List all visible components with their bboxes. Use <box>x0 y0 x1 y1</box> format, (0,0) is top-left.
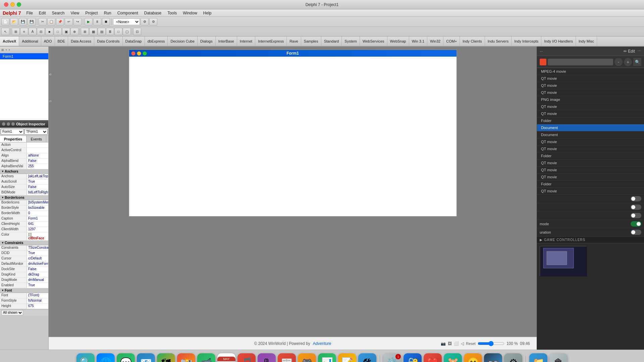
oi-val[interactable]: bsSizeable <box>27 205 48 210</box>
palette-tab-win31[interactable]: Win 3.1 <box>409 37 427 46</box>
zoom-slider[interactable] <box>478 341 504 346</box>
oi-val[interactable]: [biSystemMenu... <box>27 200 48 205</box>
camera-icon[interactable]: 📷 <box>441 341 446 346</box>
tb-align[interactable]: ⊟ <box>37 28 45 35</box>
tb-run[interactable]: ▶ <box>85 18 93 25</box>
palette-tab-win32[interactable]: Win32 <box>427 37 443 46</box>
oi-val[interactable]: dmManual <box>27 278 48 283</box>
dock-visionpro[interactable]: 👓 <box>484 353 502 362</box>
oi-val[interactable]: alNone <box>27 153 48 158</box>
dock-facetime[interactable]: 📹 <box>197 353 215 362</box>
list-item[interactable]: QT movie <box>537 75 644 82</box>
dock-photos[interactable]: 📸 <box>177 353 195 362</box>
oi-val[interactable]: dmActiveForm <box>27 261 48 266</box>
close-button[interactable] <box>4 2 8 7</box>
tb-b8[interactable]: ≣ <box>106 28 114 35</box>
tb-b1[interactable]: ■ <box>45 28 53 35</box>
dock-finder[interactable]: 🔍 <box>76 353 95 362</box>
tb-new[interactable]: 📄 <box>1 18 9 25</box>
oi-val[interactable]: 1297 <box>27 227 48 232</box>
dock-1password[interactable]: 🔐 <box>404 353 422 362</box>
tb-saveall[interactable]: 💾 <box>28 18 36 25</box>
palette-tab-system[interactable]: System <box>342 37 360 46</box>
tb-open[interactable]: 📂 <box>10 18 18 25</box>
palette-tab-indymisc[interactable]: Indy Misc <box>576 37 597 46</box>
reset-button[interactable]: Reset <box>466 342 476 346</box>
palette-tab-bde[interactable]: BDE <box>55 37 68 46</box>
oi-val[interactable]: bdLeftToRight <box>27 190 48 195</box>
list-item[interactable]: QT movie <box>537 110 644 117</box>
form-maximize-button[interactable] <box>143 51 147 56</box>
dock-settings[interactable]: ⚙️ 1 <box>383 353 401 362</box>
minimap[interactable] <box>540 246 587 276</box>
square-icon[interactable]: ⬜ <box>454 341 459 346</box>
toggle-switch-1[interactable] <box>631 196 641 201</box>
palette-tab-complus[interactable]: COM+ <box>443 37 460 46</box>
back-icon[interactable]: ◁ <box>461 341 464 346</box>
menu-component[interactable]: Component <box>115 10 141 16</box>
dock-mail[interactable]: 📧 <box>137 353 155 362</box>
rp-edit-btn[interactable]: ✏ Edit <box>624 49 635 54</box>
dock-news[interactable]: 📰 <box>278 353 296 362</box>
tb-cfg1[interactable]: ⚙ <box>141 18 149 25</box>
tree-form1[interactable]: Form1 <box>0 53 48 59</box>
menu-project[interactable]: Project <box>83 10 100 16</box>
dock-messages[interactable]: 💬 <box>117 353 135 362</box>
palette-tab-samples[interactable]: Samples <box>301 37 321 46</box>
oi-val[interactable]: [akLeft,akTop] <box>27 174 48 179</box>
form-minimize-button[interactable] <box>137 51 141 56</box>
list-item[interactable]: QT movie <box>537 103 644 110</box>
oi-val[interactable]: dkDrag <box>27 272 48 277</box>
oi-val[interactable]: fsNormal <box>27 298 48 303</box>
palette-tab-dialogs[interactable]: Dialogs <box>198 37 216 46</box>
toggle-switch-mode[interactable] <box>631 221 641 227</box>
rp-zoom-out[interactable]: - <box>614 58 623 66</box>
dock-maps[interactable]: 🗺 <box>157 353 175 362</box>
palette-tab-dbexpress[interactable]: dbExpress <box>145 37 168 46</box>
dock-notes[interactable]: 📝 <box>338 353 356 362</box>
oi-val[interactable]: 675 <box>27 304 48 309</box>
tb-b10[interactable]: ▢ <box>123 28 131 35</box>
oi-val[interactable] <box>27 142 48 147</box>
tb-b7[interactable]: ▤ <box>98 28 106 35</box>
form-canvas[interactable] <box>129 57 457 223</box>
tb-text[interactable]: A <box>29 28 37 35</box>
adventure-link[interactable]: Adventure <box>313 341 331 346</box>
menu-file[interactable]: File <box>23 10 35 16</box>
tb-b9[interactable]: □ <box>114 28 122 35</box>
oi-val[interactable]: True <box>27 251 48 256</box>
palette-tab-standard[interactable]: Standard <box>321 37 342 46</box>
tb-copy[interactable]: 📋 <box>47 18 55 25</box>
menu-run[interactable]: Run <box>101 10 114 16</box>
menu-edit[interactable]: Edit <box>36 10 49 16</box>
oi-val[interactable] <box>27 148 48 153</box>
palette-tab-activex[interactable]: ActiveX <box>0 37 19 46</box>
list-item[interactable]: QT movie <box>537 89 644 96</box>
rp-zoom-in[interactable]: + <box>624 58 632 66</box>
dock-pref2[interactable]: ⚙ <box>504 353 522 362</box>
oi-val[interactable]: 255 <box>27 164 48 169</box>
toggle-switch-2[interactable] <box>631 204 641 210</box>
menu-database[interactable]: Database <box>142 10 164 16</box>
list-item[interactable]: MPEG-4 movie <box>537 68 644 75</box>
tb-pause[interactable]: ⏸ <box>93 18 101 25</box>
oi-val-color[interactable]: clBtnFace <box>27 232 48 240</box>
tb-redo[interactable]: ↪ <box>73 18 82 25</box>
list-item[interactable]: Document <box>537 131 644 138</box>
rp-more-btn[interactable]: ⋯ <box>638 49 641 53</box>
oi-object-select[interactable]: Form1 <box>1 129 24 135</box>
palette-tab-internet[interactable]: Internet <box>237 37 255 46</box>
image-icon[interactable]: 🖼 <box>448 341 452 346</box>
list-item[interactable]: QT movie <box>537 174 644 181</box>
dock-safari[interactable]: 🌐 <box>97 353 115 362</box>
palette-tab-ado[interactable]: ADO <box>41 37 55 46</box>
oi-val[interactable]: 641 <box>27 222 48 227</box>
dock-goland[interactable]: 🐹 <box>444 353 462 362</box>
menu-help[interactable]: Help <box>201 10 214 16</box>
toggle-switch-config[interactable] <box>631 230 641 235</box>
tb-b3[interactable]: ▣ <box>62 28 70 35</box>
dock-trash[interactable]: 🗑 <box>549 353 568 362</box>
tb-b4[interactable]: ⊕ <box>70 28 78 35</box>
tb-stop[interactable]: ⏹ <box>102 18 110 25</box>
list-item[interactable]: Folder <box>537 153 644 160</box>
